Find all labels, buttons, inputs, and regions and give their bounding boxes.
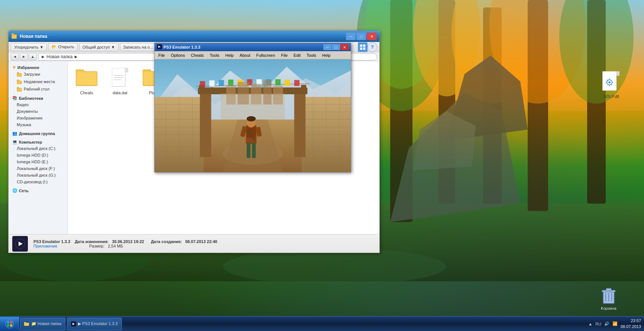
sidebar-item-downloads[interactable]: Загрузки [9,71,68,78]
app-status-icon [12,236,28,252]
explorer-close-button[interactable]: ✕ [367,33,376,40]
ps3-menu-help2[interactable]: Help [319,52,334,58]
help-button[interactable]: ? [368,42,377,52]
explorer-minimize-button[interactable]: ─ [346,33,356,40]
ps3-menu-tools1[interactable]: Tools [207,52,223,58]
sidebar-item-e-drive[interactable]: Iomega HDD (E:) [9,158,68,165]
svg-rect-142 [252,143,256,158]
svg-rect-25 [12,33,14,35]
sidebar-item-video[interactable]: Видео [9,101,68,108]
taskbar-ps3-button[interactable]: ▶ PS3 Emulator 1.3.3 [67,318,122,330]
sidebar-item-desktop[interactable]: Рабочий стол [9,85,68,93]
svg-rect-123 [209,81,214,86]
network-section: 🌐 Сеть [9,187,68,194]
desktop: Корзина Новая папка ─ □ ✕ Упорядочить ▼ [0,0,644,331]
sidebar-item-images[interactable]: Изображения [9,115,68,121]
network-header[interactable]: 🌐 Сеть [9,187,68,194]
ps3-menu-file2[interactable]: File [278,52,291,58]
toolbar-right: ? [358,42,377,52]
datadat-label: data.dat [113,91,127,95]
svg-marker-43 [125,68,128,72]
status-info-block: PS3 Emulator 1.3.3 Дата изменения: 30.06… [33,239,217,248]
svg-rect-122 [200,81,205,87]
svg-rect-117 [294,89,305,157]
sidebar-item-d-drive[interactable]: Iomega HDD (D:) [9,152,68,158]
svg-rect-125 [228,80,233,86]
ps3-menu-help1[interactable]: Help [222,52,237,58]
homegroup-section: 👥 Домашняя группа [9,130,68,137]
svg-point-148 [6,320,14,328]
burn-button[interactable]: Записать на о... [120,43,157,51]
ps3-menu-file1[interactable]: File [155,52,168,58]
ps3-menu-tools2[interactable]: Tools [304,52,319,58]
ps3-close-button[interactable]: ✕ [340,44,349,50]
ps3-menu-about[interactable]: About [237,52,253,58]
status-app-details: Приложение Размер: 2,54 МБ [33,244,217,248]
cheats-folder-icon [75,67,98,89]
svg-rect-124 [219,80,224,86]
explorer-window-controls: ─ □ ✕ [346,33,376,40]
computer-header[interactable]: 💻 Компьютер [9,138,68,145]
share-button[interactable]: Общий доступ ▼ [79,43,119,51]
ps3-minimize-button[interactable]: ─ [323,44,331,50]
ps3-maximize-button[interactable]: □ [332,44,340,50]
svg-rect-154 [24,322,26,324]
sidebar-item-f-drive[interactable]: Локальный диск (F:) [9,165,68,172]
ps3-menu-edit[interactable]: Edit [291,52,304,58]
organize-button[interactable]: Упорядочить ▼ [11,43,47,51]
computer-section: 💻 Компьютер Локальный диск (C:) Iomega H… [9,138,68,185]
start-button[interactable] [0,317,19,331]
ps3-menu-cheats[interactable]: Cheats [188,52,207,58]
sidebar-item-g-drive[interactable]: Локальный диск (G:) [9,172,68,178]
libraries-header[interactable]: 📚 Библиотеки [9,94,68,101]
sidebar-item-i-drive[interactable]: CD-дисковод (I:) [9,178,68,185]
svg-rect-28 [360,47,362,50]
svg-rect-20 [606,288,611,291]
ps3-titlebar: PS3 Emulator 1.3.3 ─ □ ✕ [155,43,351,51]
datadat-icon [109,67,131,89]
favorites-header[interactable]: ★ Избранное [9,63,68,71]
recycle-bin-icon[interactable]: Корзина [596,287,622,311]
svg-rect-116 [200,89,211,157]
ps3-window-title: PS3 Emulator 1.3.3 [164,45,200,49]
explorer-maximize-button[interactable]: □ [356,33,366,40]
forward-button[interactable]: ► [20,53,28,60]
svg-rect-120 [301,85,306,94]
tray-chevron[interactable]: ▲ [588,322,592,326]
favorites-section: ★ Избранное Загрузки Недавние места Рабо… [9,63,68,93]
libraries-section: 📚 Библиотеки Видео Документы Изображения… [9,94,68,128]
ps3-game-display [155,59,351,172]
volume-icon[interactable]: 🔊 [604,321,609,326]
sdlp-dll-icon[interactable]: SDLP.dll [596,69,626,101]
svg-rect-37 [17,87,19,89]
system-tray: ▲ RU 🔊 📶 23:57 08.07.2013 [588,318,644,330]
svg-rect-79 [602,71,617,91]
view-toggle-button[interactable] [358,42,368,52]
sidebar-item-documents[interactable]: Документы [9,108,68,115]
recycle-bin-label: Корзина [601,306,617,311]
svg-point-83 [608,81,611,83]
ps3-window-controls: ─ □ ✕ [323,44,349,50]
svg-rect-26 [360,45,362,47]
svg-rect-131 [285,80,290,86]
sidebar-item-recent[interactable]: Недавние места [9,78,68,85]
sidebar: ★ Избранное Загрузки Недавние места Рабо… [9,61,68,234]
homegroup-header[interactable]: 👥 Домашняя группа [9,130,68,137]
svg-rect-132 [294,80,300,86]
sidebar-item-music[interactable]: Музыка [9,121,68,128]
taskbar-folder-button[interactable]: 📁 Новая папка [20,318,65,330]
svg-rect-135 [237,82,249,105]
ps3-menu-fullscreen[interactable]: Fullscreen [253,52,278,58]
back-button[interactable]: ◄ [11,53,19,60]
up-button[interactable]: ▲ [29,53,37,60]
taskbar-clock: 23:57 08.07.2013 [621,318,641,330]
file-item-datadat[interactable]: data.dat [105,65,135,101]
network-icon[interactable]: 📶 [612,321,618,326]
ps3-menubar: File Options Cheats Tools Help About Ful… [155,51,351,59]
ps3-menu-options[interactable]: Options [168,52,188,58]
svg-rect-138 [273,86,283,105]
sidebar-item-c-drive[interactable]: Локальный диск (C:) [9,145,68,152]
open-button[interactable]: 📂 Открыть [48,43,77,51]
file-item-cheats[interactable]: Cheats [72,65,101,101]
svg-rect-149 [7,321,9,324]
